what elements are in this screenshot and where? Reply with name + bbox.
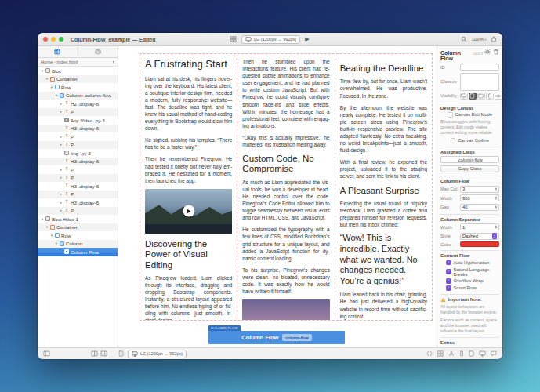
dropdown-arrows-icon[interactable] bbox=[492, 233, 498, 239]
expand-icon[interactable]: ▸ bbox=[59, 209, 63, 212]
tree-item-p[interactable]: ▸TP bbox=[38, 174, 118, 183]
zoom-control[interactable]: 100%▾ bbox=[472, 37, 486, 42]
canvas-edit-mode-checkbox[interactable]: ✓ bbox=[448, 112, 453, 118]
max-col-input[interactable]: 3 bbox=[460, 186, 499, 193]
collapse-icon[interactable]: ▾ bbox=[54, 93, 59, 97]
collapse-icon[interactable]: ▾ bbox=[40, 217, 45, 221]
desktop-icon[interactable] bbox=[479, 350, 486, 357]
tree-item-img-py-3[interactable]: Img .py-3 bbox=[38, 149, 118, 158]
tree-item-p[interactable]: ▸TP bbox=[38, 207, 118, 216]
close-button[interactable] bbox=[43, 37, 48, 42]
stepper-icon[interactable] bbox=[495, 205, 497, 209]
separator-color-swatch[interactable] bbox=[460, 241, 499, 247]
tree-item-h3-display-6[interactable]: TH3 .display-6 bbox=[38, 125, 118, 133]
tree-item-h3-display-6[interactable]: TH3 .display-6 bbox=[38, 182, 118, 191]
tree-item-column-column-flow[interactable]: ▾Column .column-flow bbox=[38, 92, 118, 100]
breakpoint-selector[interactable]: LG (1200px → 992px) bbox=[241, 35, 300, 44]
content-flow-option[interactable]: ✓Natural Language Breaks bbox=[446, 267, 499, 277]
content-flow-option[interactable]: ✓Overflow Wrap bbox=[446, 278, 499, 284]
sidebar-toggle-icon[interactable] bbox=[43, 350, 50, 357]
col-width-input[interactable]: 300 bbox=[460, 194, 499, 201]
checkbox-auto-hyphenation[interactable]: ✓ bbox=[446, 260, 451, 266]
design-canvas[interactable]: A Frustrating StartLiam sat at his desk,… bbox=[118, 46, 437, 347]
code-editor-icon[interactable] bbox=[426, 350, 433, 357]
gap-input[interactable]: 40 bbox=[460, 204, 499, 211]
tree-item-bloc-bloc-1[interactable]: ▾Bloc #bloc-1 bbox=[38, 215, 118, 223]
tree-item-p[interactable]: ▸TP bbox=[38, 141, 118, 150]
separator-width-input[interactable]: 1 bbox=[460, 223, 499, 230]
video-player[interactable] bbox=[145, 189, 232, 234]
expand-icon[interactable]: ▸ bbox=[59, 168, 63, 172]
stepper-icon[interactable] bbox=[495, 225, 497, 229]
expand-icon[interactable]: ▸ bbox=[59, 201, 63, 205]
expand-icon[interactable]: ▸ bbox=[59, 135, 63, 139]
collapse-icon[interactable]: ▾ bbox=[45, 225, 49, 229]
grid-view-icon[interactable] bbox=[230, 36, 237, 42]
phone-icon[interactable] bbox=[459, 350, 464, 357]
expand-icon[interactable]: ▸ bbox=[59, 102, 63, 106]
gear-icon[interactable] bbox=[484, 49, 491, 55]
page-stepper-icon[interactable] bbox=[113, 60, 114, 64]
trash-icon[interactable] bbox=[493, 49, 499, 55]
tree-item-h3-display-6[interactable]: TH3 .display-6 bbox=[38, 158, 118, 166]
visibility-xs-button[interactable] bbox=[486, 93, 494, 100]
tree-item-h2-display-6[interactable]: ▸TH2 .display-6 bbox=[38, 100, 118, 108]
tree-item-column-flow[interactable]: Column Flow bbox=[38, 248, 118, 256]
checkbox-smart-flow[interactable]: ✓ bbox=[446, 285, 451, 291]
tree-item-column[interactable]: ▾Column bbox=[38, 240, 118, 249]
play-button[interactable] bbox=[183, 205, 194, 217]
collapse-icon[interactable]: ▾ bbox=[49, 85, 54, 89]
collapse-icon[interactable]: ▾ bbox=[49, 234, 54, 238]
layout-columns-icon[interactable] bbox=[91, 350, 98, 357]
search-icon[interactable] bbox=[461, 36, 467, 42]
feedback-chat-icon[interactable] bbox=[491, 350, 497, 357]
tree-item-container[interactable]: ▾Container bbox=[38, 75, 118, 84]
visibility-lg-button[interactable] bbox=[460, 93, 468, 100]
separator-style-select[interactable]: Dashed bbox=[460, 233, 499, 240]
id-input[interactable] bbox=[460, 64, 499, 71]
layout-columns-3-icon[interactable] bbox=[100, 350, 107, 357]
tree-item-bloc[interactable]: ▾Bloc bbox=[38, 67, 118, 75]
expand-icon[interactable]: ▸ bbox=[59, 110, 63, 114]
canvas-outline-row[interactable]: ✓ Canvas Outline bbox=[440, 138, 499, 143]
content-flow-option[interactable]: ✓Smart Flow bbox=[446, 285, 499, 291]
tree-item-p[interactable]: ▸TP bbox=[38, 108, 118, 117]
classes-input[interactable] bbox=[460, 73, 499, 91]
selected-bric-bar[interactable]: Column Flow column-flow bbox=[208, 331, 345, 344]
stepper-icon[interactable] bbox=[495, 187, 497, 191]
statusbar-breakpoint-chip[interactable]: LG (1200px → 992px) bbox=[128, 350, 187, 358]
tab-layer-tree[interactable] bbox=[38, 46, 78, 57]
column-flow-area[interactable]: A Frustrating StartLiam sat at his desk,… bbox=[140, 53, 433, 321]
grid-icon[interactable] bbox=[437, 350, 444, 357]
minimize-button[interactable] bbox=[51, 37, 56, 42]
content-flow-option[interactable]: ✓Auto Hyphenation bbox=[446, 260, 499, 266]
tablet-icon[interactable] bbox=[469, 350, 474, 357]
page-selector[interactable]: Home - index.html bbox=[38, 58, 118, 67]
expand-icon[interactable]: ▸ bbox=[59, 192, 63, 196]
tree-item-p[interactable]: ▸TP bbox=[38, 191, 118, 199]
assigned-class-value[interactable]: .column-flow bbox=[440, 156, 499, 163]
tree-item-row[interactable]: ▾Row bbox=[38, 231, 118, 240]
visibility-eye-button[interactable] bbox=[495, 93, 502, 100]
bric-market-bag-icon[interactable] bbox=[491, 36, 497, 42]
page-icon[interactable] bbox=[118, 350, 124, 357]
font-icon[interactable] bbox=[448, 350, 455, 357]
collapse-icon[interactable]: ▾ bbox=[54, 241, 59, 245]
fullscreen-button[interactable] bbox=[59, 37, 63, 42]
checkbox-overflow-wrap[interactable]: ✓ bbox=[446, 278, 451, 284]
canvas-edit-mode-row[interactable]: ✓ Canvas Edit Mode bbox=[440, 112, 499, 118]
tree-item-row[interactable]: ▾Row bbox=[38, 83, 118, 92]
collapse-icon[interactable]: ▾ bbox=[45, 77, 49, 81]
tree-item-any-video-py-3[interactable]: ▸Any Video .py-3 bbox=[38, 116, 118, 125]
preview-play-button[interactable]: ▶ bbox=[305, 36, 309, 42]
visibility-sm-button[interactable] bbox=[477, 93, 485, 100]
tree-item-p[interactable]: ▸TP bbox=[38, 132, 118, 141]
expand-icon[interactable]: ▸ bbox=[59, 176, 63, 180]
collapse-icon[interactable]: ▾ bbox=[40, 69, 45, 73]
stepper-icon[interactable] bbox=[495, 196, 497, 200]
tree-item-container[interactable]: ▾Container bbox=[38, 223, 118, 232]
tree-item-h3-display-6[interactable]: ▸TH3 .display-6 bbox=[38, 198, 118, 207]
visibility-md-button[interactable] bbox=[469, 93, 477, 100]
canvas-outline-checkbox[interactable]: ✓ bbox=[451, 138, 456, 143]
copy-class-button[interactable]: Copy Class bbox=[440, 165, 499, 173]
